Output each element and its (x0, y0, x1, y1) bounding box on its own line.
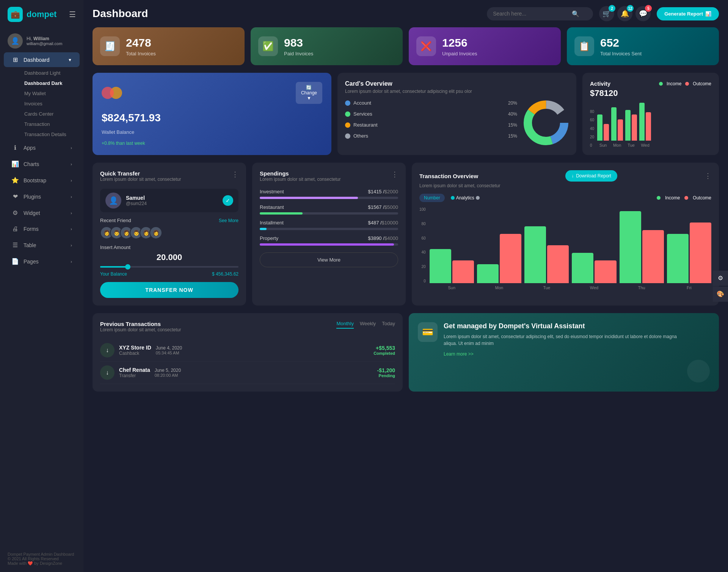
legend-pct-restaurant: 15% (508, 122, 517, 128)
download-report-button[interactable]: ↓ Download Report (565, 170, 617, 182)
to-chart-wrap: 100806040200 (419, 207, 711, 290)
dashboard-submenu: Dashboard Light Dashboard Dark My Wallet… (0, 68, 83, 139)
sidebar-item-transaction-details[interactable]: Transaction Details (17, 129, 83, 139)
to-income-tue (524, 226, 546, 283)
legend-dot-restaurant (345, 122, 350, 128)
sidebar-item-bootstrap[interactable]: ⭐ Bootstrap › (4, 173, 80, 188)
sidebar-item-plugins[interactable]: ❤ Plugins › (4, 189, 80, 204)
legend-dot-account (345, 100, 350, 106)
cart-button[interactable]: 🛒 2 (599, 6, 614, 21)
va-content: Get managed by Dompet's Virtual Assistan… (444, 322, 681, 357)
sent-invoices-value: 652 (600, 36, 642, 49)
previous-transactions-card: Previous Transactions Lorem ipsum dolor … (93, 313, 403, 392)
sidebar-item-apps[interactable]: ℹ Apps › (4, 140, 80, 155)
tx-info-2: Chef Renata Transfer (119, 367, 150, 378)
legend-item-account: Account 20% (345, 100, 517, 106)
sent-invoices-icon: 📋 (574, 36, 594, 56)
va-title: Get managed by Dompet's Virtual Assistan… (444, 322, 681, 330)
tab-weekly[interactable]: Weekly (360, 321, 376, 329)
tx-amount-wrap-2: -$1,200 Pending (377, 367, 395, 378)
header-icons: 🛒 2 🔔 12 💬 5 (599, 6, 651, 21)
slider[interactable] (100, 266, 238, 268)
legend-pct-others: 15% (508, 133, 517, 139)
chevron-right-icon-8: › (71, 259, 72, 264)
tx-type-1: Cashback (119, 351, 151, 356)
slider-thumb (125, 264, 130, 270)
transfer-now-button[interactable]: TRANSFER NOW (100, 282, 238, 298)
sidebar-item-my-wallet[interactable]: My Wallet (17, 88, 83, 99)
insert-label: Insert Amount (100, 244, 238, 250)
sidebar-item-forms[interactable]: 🖨 Forms › (4, 222, 80, 236)
hamburger-icon[interactable]: ☰ (69, 10, 76, 19)
sidebar-item-invoices[interactable]: Invoices (17, 99, 83, 109)
spending-restaurant: Restaurant $1567 /$5000 (260, 204, 398, 215)
theme-button[interactable]: 🎨 (713, 287, 728, 302)
sidebar-item-pages[interactable]: 📄 Pages › (4, 254, 80, 269)
sidebar-item-transaction[interactable]: Transaction (17, 119, 83, 129)
chevron-right-icon-2: › (71, 162, 72, 166)
to-label-sun: Sun (430, 285, 474, 290)
spendings-title: Spendings (260, 170, 340, 177)
chevron-right-icon: › (71, 146, 72, 150)
sidebar: 💼 dompet ☰ 👤 Hi, William william@gmail.c… (0, 0, 83, 572)
va-icon: 💳 (418, 322, 438, 342)
wallet-label: Wallet Balance (102, 129, 322, 135)
to-bar-thu (620, 211, 664, 283)
to-filter-number[interactable]: Number (419, 194, 445, 202)
pt-title: Previous Transactions (100, 321, 181, 327)
va-link[interactable]: Learn more >> (444, 351, 681, 357)
sidebar-item-table[interactable]: ☰ Table › (4, 238, 80, 252)
search-input[interactable] (493, 11, 569, 17)
va-decoration (687, 360, 710, 382)
transfer-user-handle: @sum224 (126, 201, 147, 206)
see-all-link[interactable]: See More (219, 218, 238, 223)
view-more-button[interactable]: View More (260, 252, 398, 267)
outcome-label: Outcome (693, 81, 711, 86)
sidebar-item-widget[interactable]: ⚙ Widget › (4, 205, 80, 220)
chevron-right-icon-7: › (71, 243, 72, 248)
change-button[interactable]: 🔄 Change ▼ (296, 82, 322, 104)
quick-transfer-menu[interactable]: ⋮ (232, 170, 238, 179)
dashboard-icon: ⊞ (11, 56, 19, 63)
bar-group-wed (639, 103, 651, 141)
legend-name-others: Others (353, 133, 505, 139)
analytics-dot (451, 196, 455, 200)
plugins-icon: ❤ (11, 193, 19, 200)
stat-card-unpaid: ❌ 1256 Unpaid Invoices (409, 27, 561, 65)
sidebar-item-dashboard-dark[interactable]: Dashboard Dark (17, 78, 83, 88)
header: Dashboard 🔍 🛒 2 🔔 12 💬 5 Generate Report… (93, 0, 719, 27)
apps-label: Apps (24, 145, 36, 151)
cards-overview-title: Card's Overview (345, 80, 569, 87)
bootstrap-icon: ⭐ (11, 177, 19, 184)
sidebar-item-dashboard-light[interactable]: Dashboard Light (17, 68, 83, 78)
to-chart (430, 207, 711, 283)
bar-labels: Sun Mon Tue Wed (597, 143, 711, 147)
chevron-right-icon-3: › (71, 178, 72, 183)
stat-card-sent: 📋 652 Total Invoices Sent (567, 27, 719, 65)
to-menu[interactable]: ⋮ (704, 172, 711, 180)
tx-date-val-1: June 4, 2020 (156, 345, 182, 351)
legend-list: Account 20% Services 40% Restaurant 15% (345, 100, 517, 146)
tab-monthly[interactable]: Monthly (336, 321, 354, 329)
total-invoices-info: 2478 Total Invoices (126, 36, 156, 56)
spendings-menu[interactable]: ⋮ (391, 170, 398, 179)
logo-text: dompet (27, 9, 56, 19)
messages-button[interactable]: 💬 5 (635, 6, 651, 21)
tab-today[interactable]: Today (382, 321, 395, 329)
unpaid-invoices-label: Unpaid Invoices (442, 51, 477, 56)
sidebar-item-dashboard[interactable]: ⊞ Dashboard ▼ (4, 52, 80, 67)
to-income-fri (667, 234, 689, 283)
settings-button[interactable]: ⚙ (713, 271, 728, 286)
generate-report-button[interactable]: Generate Report 📊 (657, 7, 719, 20)
sidebar-logo: 💼 dompet ☰ (0, 0, 83, 29)
sidebar-item-charts[interactable]: 📊 Charts › (4, 157, 80, 171)
notifications-button[interactable]: 🔔 12 (617, 6, 632, 21)
footer-copyright: © 2021 All Rights Reserved (8, 556, 76, 561)
activity-title: Activity (590, 80, 610, 87)
sidebar-footer: Dompet Payment Admin Dashboard © 2021 Al… (0, 546, 83, 572)
sidebar-item-cards-center[interactable]: Cards Center (17, 109, 83, 119)
to-legend: Number Analytics Income Outcome (419, 194, 711, 202)
paid-invoices-icon: ✅ (258, 36, 278, 56)
spending-bar-property (260, 243, 398, 246)
bar-chart (597, 103, 711, 141)
